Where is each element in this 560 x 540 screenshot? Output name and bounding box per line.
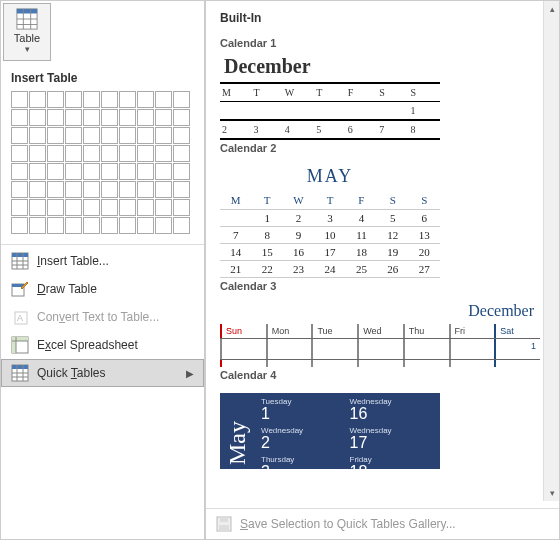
grid-cell[interactable] — [65, 91, 82, 108]
scrollbar[interactable]: ▴ ▾ — [543, 1, 559, 501]
grid-cell[interactable] — [173, 91, 190, 108]
grid-cell[interactable] — [101, 181, 118, 198]
grid-cell[interactable] — [47, 217, 64, 234]
grid-cell[interactable] — [29, 127, 46, 144]
grid-cell[interactable] — [173, 163, 190, 180]
grid-cell[interactable] — [65, 163, 82, 180]
grid-cell[interactable] — [11, 199, 28, 216]
gallery-footer: Save Selection to Quick Tables Gallery..… — [206, 508, 559, 539]
grid-cell[interactable] — [65, 181, 82, 198]
grid-cell[interactable] — [47, 127, 64, 144]
grid-cell[interactable] — [155, 199, 172, 216]
grid-cell[interactable] — [119, 145, 136, 162]
scroll-up-icon[interactable]: ▴ — [544, 1, 559, 17]
grid-cell[interactable] — [47, 91, 64, 108]
grid-cell[interactable] — [101, 145, 118, 162]
grid-cell[interactable] — [65, 199, 82, 216]
grid-cell[interactable] — [137, 199, 154, 216]
gallery-scroll[interactable]: Built-In Calendar 1 December MTWTFSS 1 2… — [206, 1, 559, 508]
grid-cell[interactable] — [11, 145, 28, 162]
calendar-1-preview[interactable]: December MTWTFSS 1 2345678 — [220, 55, 440, 140]
grid-cell[interactable] — [101, 163, 118, 180]
grid-cell[interactable] — [119, 163, 136, 180]
grid-cell[interactable] — [173, 127, 190, 144]
grid-cell[interactable] — [47, 181, 64, 198]
grid-cell[interactable] — [83, 163, 100, 180]
grid-cell[interactable] — [83, 217, 100, 234]
grid-cell[interactable] — [11, 127, 28, 144]
grid-cell[interactable] — [119, 217, 136, 234]
grid-cell[interactable] — [83, 91, 100, 108]
grid-cell[interactable] — [173, 181, 190, 198]
cal1-row2: 2345678 — [220, 121, 440, 140]
grid-cell[interactable] — [29, 91, 46, 108]
excel-spreadsheet-menu[interactable]: Excel Spreadsheet — [1, 331, 204, 359]
grid-cell[interactable] — [83, 199, 100, 216]
grid-cell[interactable] — [119, 109, 136, 126]
grid-cell[interactable] — [137, 181, 154, 198]
grid-cell[interactable] — [101, 91, 118, 108]
grid-cell[interactable] — [65, 109, 82, 126]
calendar-4-preview[interactable]: May Tuesday1Wednesday16Wednesday2Wednesd… — [220, 393, 549, 469]
grid-cell[interactable] — [11, 181, 28, 198]
grid-cell[interactable] — [29, 181, 46, 198]
grid-cell[interactable] — [11, 217, 28, 234]
grid-cell[interactable] — [137, 109, 154, 126]
svg-rect-22 — [12, 365, 28, 369]
grid-cell[interactable] — [155, 127, 172, 144]
grid-cell[interactable] — [101, 217, 118, 234]
grid-cell[interactable] — [11, 91, 28, 108]
grid-cell[interactable] — [155, 145, 172, 162]
grid-cell[interactable] — [119, 91, 136, 108]
grid-cell[interactable] — [83, 127, 100, 144]
grid-cell[interactable] — [65, 127, 82, 144]
grid-cell[interactable] — [119, 127, 136, 144]
grid-cell[interactable] — [137, 217, 154, 234]
draw-table-icon — [11, 280, 29, 298]
calendar-3-preview[interactable]: December SunMonTueWedThuFriSat 1 — [220, 302, 540, 367]
grid-cell[interactable] — [29, 163, 46, 180]
grid-cell[interactable] — [29, 145, 46, 162]
grid-cell[interactable] — [137, 91, 154, 108]
grid-cell[interactable] — [173, 109, 190, 126]
quick-tables-menu[interactable]: Quick Tables ▶ — [1, 359, 204, 387]
grid-cell[interactable] — [119, 199, 136, 216]
grid-cell[interactable] — [29, 217, 46, 234]
grid-cell[interactable] — [83, 145, 100, 162]
scroll-down-icon[interactable]: ▾ — [544, 485, 559, 501]
grid-cell[interactable] — [119, 181, 136, 198]
grid-cell[interactable] — [29, 109, 46, 126]
save-to-gallery: Save Selection to Quick Tables Gallery..… — [240, 517, 456, 531]
grid-cell[interactable] — [101, 199, 118, 216]
grid-cell[interactable] — [47, 145, 64, 162]
table-ribbon-button[interactable]: Table ▾ — [3, 3, 51, 61]
grid-cell[interactable] — [155, 217, 172, 234]
grid-cell[interactable] — [155, 181, 172, 198]
grid-cell[interactable] — [137, 127, 154, 144]
grid-cell[interactable] — [173, 145, 190, 162]
grid-cell[interactable] — [155, 91, 172, 108]
grid-cell[interactable] — [173, 199, 190, 216]
grid-cell[interactable] — [47, 199, 64, 216]
grid-cell[interactable] — [11, 163, 28, 180]
grid-cell[interactable] — [83, 109, 100, 126]
grid-cell[interactable] — [137, 163, 154, 180]
insert-table-menu[interactable]: Insert Table... — [1, 247, 204, 275]
grid-cell[interactable] — [29, 199, 46, 216]
grid-cell[interactable] — [155, 109, 172, 126]
grid-cell[interactable] — [155, 163, 172, 180]
grid-cell[interactable] — [83, 181, 100, 198]
grid-cell[interactable] — [101, 109, 118, 126]
grid-cell[interactable] — [65, 217, 82, 234]
grid-cell[interactable] — [11, 109, 28, 126]
grid-cell[interactable] — [101, 127, 118, 144]
table-size-grid[interactable] — [1, 89, 204, 242]
grid-cell[interactable] — [65, 145, 82, 162]
draw-table-menu[interactable]: Draw Table — [1, 275, 204, 303]
grid-cell[interactable] — [137, 145, 154, 162]
calendar-2-preview[interactable]: MAY MTWTFSS12345678910111213141516171819… — [220, 164, 440, 278]
grid-cell[interactable] — [47, 163, 64, 180]
grid-cell[interactable] — [173, 217, 190, 234]
grid-cell[interactable] — [47, 109, 64, 126]
cal1-days: MTWTFSS — [220, 82, 440, 102]
